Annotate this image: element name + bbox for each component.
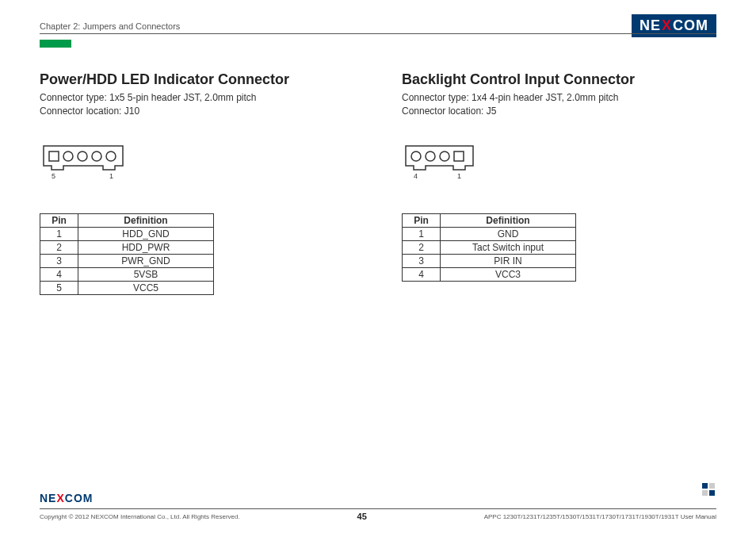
logo-text-x: X xyxy=(56,492,64,504)
logo-text-pre: NE xyxy=(640,17,661,34)
pin-label-1: 1 xyxy=(457,172,461,180)
left-pin-table: Pin Definition 1HDD_GND 2HDD_PWR 3PWR_GN… xyxy=(40,213,214,295)
logo-text-pre: NE xyxy=(40,492,56,504)
cell-pin: 3 xyxy=(403,254,441,267)
pin-label-1: 1 xyxy=(109,172,113,180)
cell-pin: 1 xyxy=(403,227,441,240)
footer-rule xyxy=(40,508,716,509)
footer-logo: NEXCOM xyxy=(40,492,93,504)
right-column: Backlight Control Input Connector Connec… xyxy=(402,71,716,295)
cell-def: GND xyxy=(441,227,576,240)
cell-pin: 5 xyxy=(40,281,78,294)
th-pin: Pin xyxy=(403,213,441,227)
svg-rect-0 xyxy=(49,151,59,161)
manual-title: APPC 1230T/1231T/1235T/1530T/1531T/1730T… xyxy=(484,513,716,520)
header-rule xyxy=(40,33,716,34)
logo-text-post: COM xyxy=(673,17,708,34)
svg-rect-11 xyxy=(702,490,708,496)
cell-pin: 4 xyxy=(40,267,78,281)
table-header-row: Pin Definition xyxy=(403,213,576,227)
table-row: 2HDD_PWR xyxy=(40,240,214,254)
cell-def: VCC3 xyxy=(441,267,576,281)
right-desc-line2: Connector location: J5 xyxy=(402,105,716,118)
main-content: Power/HDD LED Indicator Connector Connec… xyxy=(40,71,716,295)
footer-row: Copyright © 2012 NEXCOM International Co… xyxy=(40,512,716,521)
cell-pin: 2 xyxy=(403,240,441,254)
cell-def: VCC5 xyxy=(78,281,214,294)
table-row: 5VCC5 xyxy=(40,281,214,294)
connector-4pin-diagram: 4 1 xyxy=(402,142,489,182)
cell-def: HDD_PWR xyxy=(78,240,214,254)
left-column: Power/HDD LED Indicator Connector Connec… xyxy=(40,71,354,295)
cell-pin: 3 xyxy=(40,254,78,267)
left-desc: Connector type: 1x5 5-pin header JST, 2.… xyxy=(40,91,354,118)
cell-def: HDD_GND xyxy=(78,227,214,240)
footer-decor-icon xyxy=(702,483,716,497)
table-row: 45VSB xyxy=(40,267,214,281)
copyright-text: Copyright © 2012 NEXCOM International Co… xyxy=(40,513,240,520)
svg-point-5 xyxy=(411,151,421,161)
page-number: 45 xyxy=(357,512,367,521)
svg-point-4 xyxy=(106,151,116,161)
cell-pin: 1 xyxy=(40,227,78,240)
cell-def: 5VSB xyxy=(78,267,214,281)
svg-rect-9 xyxy=(702,483,708,489)
svg-point-6 xyxy=(426,151,435,161)
svg-rect-12 xyxy=(709,490,715,496)
pin-label-5: 5 xyxy=(52,172,55,180)
logo-text-x: X xyxy=(662,17,672,34)
svg-rect-10 xyxy=(709,483,715,489)
table-row: 3PIR IN xyxy=(403,254,576,267)
cell-def: Tact Switch input xyxy=(441,240,576,254)
svg-point-7 xyxy=(440,151,449,161)
left-desc-line2: Connector location: J10 xyxy=(40,105,354,118)
cell-pin: 2 xyxy=(40,240,78,254)
cell-pin: 4 xyxy=(403,267,441,281)
svg-point-2 xyxy=(78,151,87,161)
table-header-row: Pin Definition xyxy=(40,213,214,227)
table-row: 2Tact Switch input xyxy=(403,240,576,254)
cell-def: PWR_GND xyxy=(78,254,214,267)
th-pin: Pin xyxy=(40,213,78,227)
table-row: 1GND xyxy=(403,227,576,240)
svg-point-1 xyxy=(63,151,73,161)
th-def: Definition xyxy=(441,213,576,227)
logo-text-post: COM xyxy=(65,492,94,504)
th-def: Definition xyxy=(78,213,214,227)
right-desc: Connector type: 1x4 4-pin header JST, 2.… xyxy=(402,91,716,118)
table-row: 4VCC3 xyxy=(403,267,576,281)
chapter-title: Chapter 2: Jumpers and Connectors xyxy=(40,21,180,31)
connector-5pin-diagram: 5 1 xyxy=(40,142,143,182)
left-desc-line1: Connector type: 1x5 5-pin header JST, 2.… xyxy=(40,91,354,105)
table-row: 3PWR_GND xyxy=(40,254,214,267)
right-desc-line1: Connector type: 1x4 4-pin header JST, 2.… xyxy=(402,91,716,105)
right-title: Backlight Control Input Connector xyxy=(402,71,716,88)
svg-rect-8 xyxy=(454,151,464,161)
cell-def: PIR IN xyxy=(441,254,576,267)
pin-label-4: 4 xyxy=(414,172,418,180)
left-title: Power/HDD LED Indicator Connector xyxy=(40,71,354,88)
svg-point-3 xyxy=(92,151,101,161)
page-footer: NEXCOM Copyright © 2012 NEXCOM Internati… xyxy=(40,491,716,521)
table-row: 1HDD_GND xyxy=(40,227,214,240)
right-pin-table: Pin Definition 1GND 2Tact Switch input 3… xyxy=(402,213,576,282)
green-tab xyxy=(40,40,71,48)
